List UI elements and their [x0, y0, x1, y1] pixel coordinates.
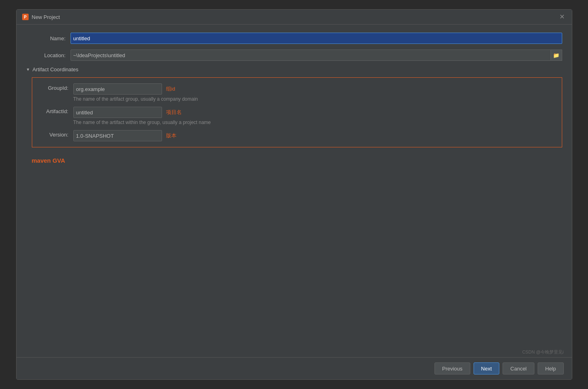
name-label: Name: — [26, 35, 71, 41]
title-bar: P New Project ✕ — [17, 10, 572, 25]
groupid-field-group: 组id The name of the artifact group, usua… — [73, 83, 557, 102]
artifactid-input-row: 项目名 — [73, 107, 557, 118]
app-icon: P — [22, 14, 29, 20]
browse-folder-button[interactable]: 📁 — [551, 50, 562, 61]
location-input[interactable] — [71, 50, 551, 61]
groupid-input-row: 组id — [73, 83, 557, 95]
name-row: Name: — [26, 33, 562, 44]
version-input-row: 版本 — [73, 130, 557, 141]
version-field-group: 版本 — [73, 130, 557, 141]
new-project-dialog: P New Project ✕ Name: Location: 📁 ▼ — [16, 9, 572, 380]
groupid-label: GroupId: — [37, 83, 73, 91]
version-annotation: 版本 — [166, 132, 177, 139]
location-input-wrap: 📁 — [71, 50, 562, 61]
help-button[interactable]: Help — [538, 362, 564, 375]
dialog-title: New Project — [32, 14, 60, 20]
next-button[interactable]: Next — [474, 362, 500, 375]
folder-icon: 📁 — [553, 52, 559, 58]
version-label: Version: — [37, 130, 73, 138]
name-input[interactable] — [71, 33, 562, 44]
title-bar-left: P New Project — [22, 14, 60, 20]
groupid-hint: The name of the artifact group, usually … — [73, 96, 557, 102]
artifactid-input[interactable] — [73, 107, 162, 118]
artifact-section-title: Artifact Coordinates — [32, 66, 78, 72]
artifactid-annotation: 项目名 — [166, 109, 182, 116]
content-area: Name: Location: 📁 ▼ Artifact Coordinates — [17, 25, 572, 357]
artifactid-hint: The name of the artifact within the grou… — [73, 120, 557, 125]
groupid-input[interactable] — [73, 83, 162, 95]
artifact-fields-box: GroupId: 组id The name of the artifact gr… — [32, 77, 562, 147]
groupid-row: GroupId: 组id The name of the artifact gr… — [32, 81, 562, 104]
groupid-annotation: 组id — [166, 85, 175, 93]
artifact-section-header[interactable]: ▼ Artifact Coordinates — [26, 66, 562, 72]
artifactid-row: ArtifactId: 项目名 The name of the artifact… — [32, 104, 562, 128]
footer: Previous Next Cancel Help — [17, 357, 572, 379]
artifactid-label: ArtifactId: — [37, 107, 73, 114]
close-button[interactable]: ✕ — [558, 13, 566, 21]
watermark: CSDN @今晚梦里见i — [522, 349, 564, 355]
artifact-section: ▼ Artifact Coordinates GroupId: 组id The … — [26, 66, 562, 164]
artifactid-field-group: 项目名 The name of the artifact within the … — [73, 107, 557, 125]
cancel-button[interactable]: Cancel — [503, 362, 534, 375]
version-input[interactable] — [73, 130, 162, 141]
location-row: Location: 📁 — [26, 50, 562, 61]
collapse-arrow-icon: ▼ — [26, 67, 30, 72]
location-label: Location: — [26, 52, 71, 58]
version-row: Version: 版本 — [32, 128, 562, 144]
previous-button[interactable]: Previous — [434, 362, 470, 375]
maven-gva-label: maven GVA — [32, 157, 562, 164]
